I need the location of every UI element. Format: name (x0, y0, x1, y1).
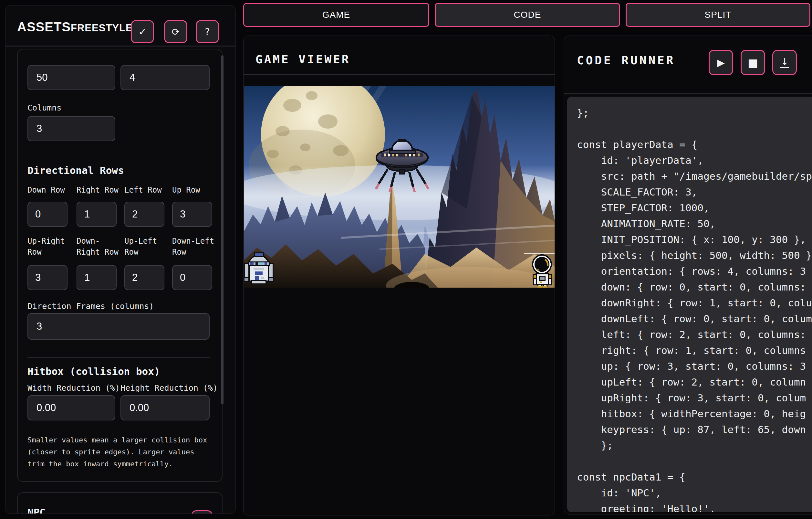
up-row-label: Up Row (172, 185, 215, 195)
game-canvas[interactable] (244, 86, 555, 288)
panel-divider (564, 93, 812, 94)
hitbox-note: Smaller values mean a larger collision b… (27, 434, 213, 470)
npc-heading: NPC (27, 507, 46, 514)
add-npc-button[interactable]: + (192, 510, 212, 514)
logo-primary: ASSETS (17, 20, 71, 34)
down-left-row-field[interactable] (172, 265, 212, 290)
code-runner-title: CODE RUNNER (577, 54, 675, 67)
height-reduction-field[interactable] (120, 395, 210, 420)
section-divider (27, 357, 210, 358)
question-icon: ? (205, 26, 210, 37)
logo-secondary: FREESTYLE (71, 22, 133, 34)
up-left-row-label: Up-Left Row (124, 236, 167, 257)
tab-code[interactable]: CODE (435, 3, 620, 27)
npc-card (17, 492, 223, 514)
refresh-icon: ⟳ (172, 26, 180, 37)
assets-panel: ASSETSFREESTYLE ✓ ⟳ ? Columns Directiona… (5, 5, 236, 514)
hitbox-heading: Hitbox (collision box) (27, 365, 160, 377)
directional-rows-heading: Directional Rows (27, 164, 124, 176)
direction-frames-label: Direction Frames (columns) (27, 301, 154, 311)
up-right-row-label: Up-Right Row (27, 236, 70, 257)
left-row-label: Left Row (124, 185, 167, 195)
columns-label: Columns (27, 103, 61, 112)
up-right-row-field[interactable] (27, 265, 67, 290)
refresh-button[interactable]: ⟳ (164, 20, 187, 43)
play-icon: ▶ (717, 57, 724, 68)
game-viewer-panel: GAME VIEWER (243, 35, 555, 515)
download-icon: ↓ (780, 57, 789, 68)
tab-code-label: CODE (514, 10, 541, 20)
columns-field[interactable] (27, 116, 115, 141)
up-left-row-field[interactable] (124, 265, 165, 290)
code-runner-panel: CODE RUNNER ▶ ■ ↓ }; const playerData = … (563, 35, 812, 515)
panel-divider (243, 74, 555, 75)
stop-icon: ■ (748, 56, 758, 69)
download-button[interactable]: ↓ (772, 50, 797, 75)
height-reduction-label: Height Reduction (%) (120, 383, 218, 393)
count-field[interactable] (120, 65, 210, 90)
direction-frames-field[interactable] (27, 313, 210, 339)
check-icon: ✓ (138, 26, 146, 37)
right-row-label: Right Row (77, 185, 119, 195)
left-row-field[interactable] (124, 202, 165, 227)
astronaut-sprite[interactable] (532, 255, 552, 288)
code-editor-container[interactable]: }; const playerData = { id: 'playerData'… (567, 97, 812, 512)
down-right-row-label: Down-Right Row (77, 236, 119, 257)
header-divider (5, 46, 236, 47)
sidebar-scrollbar[interactable] (221, 55, 224, 404)
section-divider (27, 158, 210, 158)
tab-game[interactable]: GAME (243, 3, 429, 27)
rows-field[interactable] (27, 65, 115, 90)
stop-button[interactable]: ■ (741, 50, 765, 75)
game-viewer-title: GAME VIEWER (256, 53, 350, 66)
down-right-row-field[interactable] (77, 265, 117, 290)
width-reduction-field[interactable] (27, 395, 115, 420)
up-row-field[interactable] (172, 202, 212, 227)
down-row-field[interactable] (27, 202, 67, 227)
tab-game-label: GAME (322, 10, 350, 20)
tab-split[interactable]: SPLIT (626, 3, 810, 27)
help-button[interactable]: ? (196, 20, 219, 43)
app-logo: ASSETSFREESTYLE (17, 20, 133, 34)
tab-split-label: SPLIT (705, 10, 731, 20)
down-left-row-label: Down-Left Row (172, 236, 215, 257)
confirm-button[interactable]: ✓ (131, 20, 154, 43)
right-row-field[interactable] (77, 202, 117, 227)
code-editor[interactable]: }; const playerData = { id: 'playerData'… (567, 97, 812, 512)
run-button[interactable]: ▶ (708, 50, 733, 75)
down-row-label: Down Row (27, 185, 70, 195)
game-scene (244, 86, 555, 288)
width-reduction-label: Width Reduction (%) (27, 383, 120, 393)
